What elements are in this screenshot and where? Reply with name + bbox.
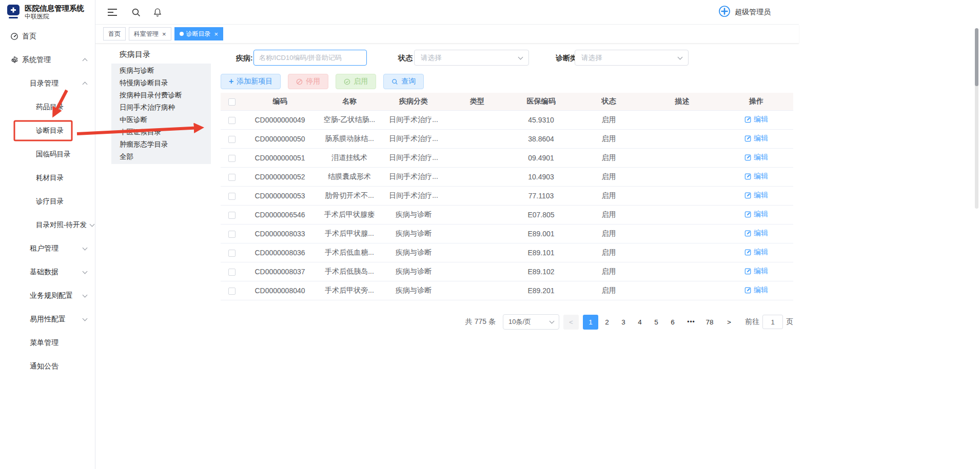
sidebar-item-7[interactable]: 诊疗目录 [0, 190, 95, 213]
table-row[interactable]: CD0000000053 肋骨切开术不... 日间手术治疗... 77.1103… [221, 186, 793, 205]
page-size-select[interactable]: 10条/页 [503, 314, 559, 330]
sidebar-item-6[interactable]: 耗材目录 [0, 166, 95, 190]
table-row[interactable]: CD0000008040 手术后甲状旁... 疾病与诊断 E89.201 启用 … [221, 281, 793, 300]
add-item-button[interactable]: + 添加新项目 [221, 74, 281, 89]
row-checkbox[interactable] [228, 212, 236, 219]
tab-1[interactable]: 科室管理 × [129, 27, 171, 40]
catalog-item[interactable]: 疾病与诊断 [111, 65, 211, 77]
sidebar-item-12[interactable]: 易用性配置 [0, 308, 95, 331]
sidebar-item-10[interactable]: 基础数据 [0, 260, 95, 284]
status-select[interactable]: 请选择 [414, 50, 529, 66]
sidebar-item-2[interactable]: 目录管理 [0, 72, 95, 95]
edit-button[interactable]: 编辑 [744, 286, 768, 295]
cell-type [445, 243, 509, 262]
topbar: 超级管理员 [95, 0, 799, 25]
row-checkbox[interactable] [228, 250, 236, 257]
sidebar-item-0[interactable]: 首页 [0, 25, 95, 48]
logo-icon [6, 4, 21, 21]
user-menu[interactable]: 超级管理员 [718, 5, 771, 19]
sidebar-item-1[interactable]: 系统管理 [0, 48, 95, 72]
table-row[interactable]: CD0000000050 肠系膜动脉结... 日间手术治疗... 38.8604… [221, 129, 793, 148]
edit-button[interactable]: 编辑 [744, 191, 768, 200]
page-button-3[interactable]: 3 [616, 315, 631, 330]
select-all-checkbox[interactable] [228, 98, 236, 106]
edit-button[interactable]: 编辑 [744, 153, 768, 162]
pagination-ellipsis[interactable]: ••• [684, 318, 698, 325]
cell-status: 启用 [573, 148, 645, 167]
catalog-item[interactable]: 特慢病诊断目录 [111, 77, 211, 89]
enable-button[interactable]: 启用 [336, 74, 376, 89]
close-icon[interactable]: × [162, 31, 166, 37]
prev-page-button[interactable]: < [563, 315, 579, 330]
row-checkbox[interactable] [228, 288, 236, 295]
bell-icon[interactable] [153, 7, 162, 17]
row-checkbox[interactable] [228, 231, 236, 238]
status-label: 状态 [398, 54, 413, 63]
table-row[interactable]: CD0000000049 空肠-乙状结肠... 日间手术治疗... 45.931… [221, 110, 793, 129]
scrollbar-thumb[interactable] [975, 28, 978, 86]
tab-0[interactable]: 首页 [103, 27, 126, 40]
sidebar-item-9[interactable]: 租户管理 [0, 237, 95, 260]
scrollbar-track[interactable] [975, 28, 978, 209]
table-row[interactable]: CD0000000052 结膜囊成形术 日间手术治疗... 10.4903 启用… [221, 167, 793, 186]
catalog-item[interactable]: 全部 [111, 151, 211, 163]
search-icon[interactable] [131, 8, 141, 17]
catalog-item[interactable]: 按病种目录付费诊断 [111, 89, 211, 101]
sidebar-item-4[interactable]: 诊断目录 [0, 119, 95, 142]
table-row[interactable]: CD0000006546 手术后甲状腺瘘 疾病与诊断 E07.805 启用 编辑 [221, 205, 793, 224]
sidebar-item-8[interactable]: 目录对照-待开发 [0, 213, 95, 237]
edit-icon [744, 249, 752, 256]
last-page-button[interactable]: 78 [702, 315, 717, 330]
catalog-item[interactable]: 日间手术治疗病种 [111, 101, 211, 114]
edit-button[interactable]: 编辑 [744, 229, 768, 238]
edit-button[interactable]: 编辑 [744, 267, 768, 276]
disease-search-input[interactable] [253, 50, 367, 66]
diagnosis-type-select[interactable]: 请选择 [575, 50, 689, 66]
catalog-item[interactable]: 肿瘤形态学目录 [111, 138, 211, 151]
page-button-4[interactable]: 4 [632, 315, 648, 330]
row-checkbox[interactable] [228, 136, 236, 143]
edit-button[interactable]: 编辑 [744, 115, 768, 124]
page-button-5[interactable]: 5 [649, 315, 664, 330]
col-header-description: 描述 [645, 93, 719, 110]
table-row[interactable]: CD0000000051 泪道挂线术 日间手术治疗... 09.4901 启用 … [221, 148, 793, 167]
sidebar-item-13[interactable]: 菜单管理 [0, 331, 95, 355]
cell-status: 启用 [573, 243, 645, 262]
catalog-item[interactable]: 中医诊断 [111, 114, 211, 126]
collapse-menu-icon[interactable] [108, 8, 117, 16]
next-page-button[interactable]: > [721, 315, 737, 330]
col-header-name: 名称 [317, 93, 382, 110]
row-checkbox[interactable] [228, 269, 236, 276]
row-checkbox[interactable] [228, 155, 236, 162]
table-row[interactable]: CD0000008033 手术后甲状腺... 疾病与诊断 E89.001 启用 … [221, 224, 793, 243]
edit-button[interactable]: 编辑 [744, 210, 768, 219]
table-row[interactable]: CD0000008036 手术后低血糖... 疾病与诊断 E89.101 启用 … [221, 243, 793, 262]
edit-icon [744, 173, 752, 180]
goto-page-input[interactable] [762, 315, 783, 329]
edit-button[interactable]: 编辑 [744, 172, 768, 181]
diagnosis-type-select-value: 请选择 [581, 53, 602, 63]
page-button-1[interactable]: 1 [583, 315, 598, 330]
query-button[interactable]: 查询 [383, 74, 424, 89]
sidebar-item-3[interactable]: 药品目录 [0, 95, 95, 119]
close-icon[interactable]: × [214, 31, 219, 37]
app-window: 医院信息管理系统 中联医院 首页 系统管理 目录管理 药品目录 诊断目录 国临码… [0, 0, 799, 469]
row-checkbox[interactable] [228, 117, 236, 124]
cell-code: CD0000008040 [243, 281, 317, 300]
goto-label: 前往 [745, 317, 759, 327]
sidebar-item-5[interactable]: 国临码目录 [0, 142, 95, 166]
tab-2[interactable]: 诊断目录 × [174, 27, 224, 40]
app-logo[interactable]: 医院信息管理系统 中联医院 [0, 0, 95, 25]
row-checkbox[interactable] [228, 193, 236, 200]
sidebar-item-14[interactable]: 通知公告 [0, 355, 95, 378]
sidebar-item-11[interactable]: 业务规则配置 [0, 284, 95, 308]
table-row[interactable]: CD0000008037 手术后低胰岛... 疾病与诊断 E89.102 启用 … [221, 262, 793, 281]
page-button-6[interactable]: 6 [665, 315, 680, 330]
chevron-down-icon [518, 54, 523, 59]
disable-button[interactable]: 停用 [288, 74, 328, 89]
catalog-item[interactable]: 中医证候目录 [111, 126, 211, 138]
row-checkbox[interactable] [228, 174, 236, 181]
page-button-2[interactable]: 2 [599, 315, 615, 330]
edit-button[interactable]: 编辑 [744, 248, 768, 257]
edit-button[interactable]: 编辑 [744, 134, 768, 143]
